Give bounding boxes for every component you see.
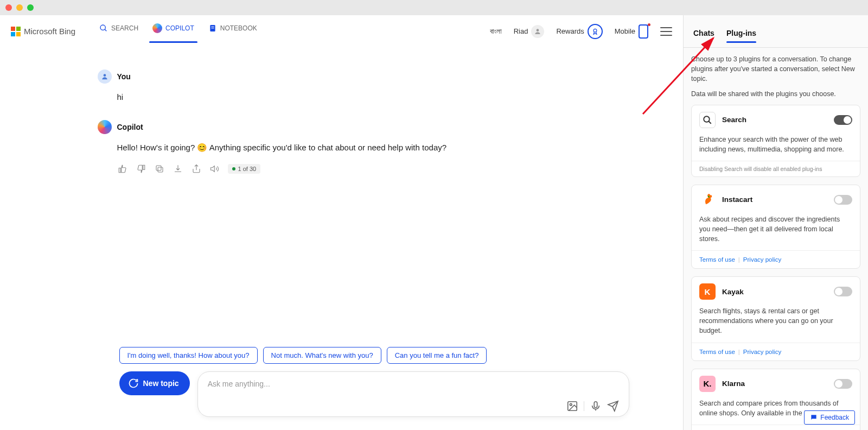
search-icon xyxy=(99,24,108,33)
notebook-icon xyxy=(208,24,217,33)
window-titlebar xyxy=(0,0,868,15)
plugin-name: Klarna xyxy=(722,380,745,388)
terms-link[interactable]: Terms of use xyxy=(699,349,735,355)
user-name: Riad xyxy=(514,27,528,35)
svg-line-14 xyxy=(709,121,711,124)
tab-notebook[interactable]: NOTEBOOK xyxy=(208,20,257,43)
feedback-label: Feedback xyxy=(820,414,849,421)
copilot-avatar-icon xyxy=(98,120,112,134)
copilot-label: Copilot xyxy=(117,123,143,131)
status-dot-icon xyxy=(232,167,235,170)
plugin-toggle-klarna[interactable] xyxy=(834,379,852,389)
chat-scroll: You hi Copilot Hello! How's it going? 😊 … xyxy=(0,48,683,347)
svg-rect-4 xyxy=(211,28,214,28)
share-button[interactable] xyxy=(191,163,202,174)
tab-search-label: SEARCH xyxy=(111,24,138,32)
plugin-name: Instacart xyxy=(722,195,752,204)
minimize-window-dot[interactable] xyxy=(16,4,23,11)
tab-copilot[interactable]: COPILOT xyxy=(152,20,194,43)
svg-rect-12 xyxy=(594,402,597,408)
mic-button[interactable] xyxy=(590,400,602,412)
user-message-text: hi xyxy=(117,91,586,104)
sidebar: Chats Plug-ins Choose up to 3 plugins fo… xyxy=(684,15,868,430)
new-topic-icon xyxy=(128,378,139,389)
user-menu[interactable]: Riad xyxy=(514,25,545,38)
copilot-message: Copilot Hello! How's it going? 😊 Anythin… xyxy=(81,120,602,175)
message-input[interactable] xyxy=(208,380,619,397)
dislike-button[interactable] xyxy=(136,163,146,174)
plugin-toggle-search[interactable] xyxy=(834,115,852,125)
mobile-link[interactable]: Mobile xyxy=(615,24,648,39)
svg-point-6 xyxy=(593,29,597,32)
composer: New topic xyxy=(103,371,646,430)
language-selector[interactable]: বাংলা xyxy=(490,27,502,36)
feedback-button[interactable]: Feedback xyxy=(804,410,855,425)
svg-rect-8 xyxy=(158,167,163,172)
send-button[interactable] xyxy=(607,400,619,412)
brand-text: Microsoft Bing xyxy=(24,27,75,36)
close-window-dot[interactable] xyxy=(5,4,12,11)
copilot-message-text: Hello! How's it going? 😊 Anything specif… xyxy=(117,142,586,154)
privacy-link[interactable]: Privacy policy xyxy=(743,349,781,355)
suggestion-chip[interactable]: I'm doing well, thanks! How about you? xyxy=(119,347,258,364)
svg-point-11 xyxy=(570,403,572,406)
kayak-icon: K xyxy=(699,283,716,300)
copy-button[interactable] xyxy=(154,163,165,174)
response-counter: 1 of 30 xyxy=(228,164,261,174)
tab-search[interactable]: SEARCH xyxy=(99,20,138,43)
plugins-intro: Choose up to 3 plugins for a conversatio… xyxy=(691,54,860,84)
plugin-links: Terms of use|Privacy policy xyxy=(692,250,860,268)
brand-logo[interactable]: Microsoft Bing xyxy=(11,27,75,36)
top-nav: Microsoft Bing SEARCH COPILOT NOTEBOOK ব… xyxy=(0,15,683,48)
read-aloud-button[interactable] xyxy=(209,163,220,174)
rewards-link[interactable]: Rewards xyxy=(556,24,602,39)
svg-point-13 xyxy=(704,116,710,122)
plugin-name: Search xyxy=(722,116,746,124)
plugin-card-instacart: Instacart Ask about recipes and discover… xyxy=(691,185,860,269)
plugin-card-search: Search Enhance your search with the powe… xyxy=(691,105,860,177)
tab-copilot-label: COPILOT xyxy=(165,24,194,32)
message-input-box[interactable] xyxy=(197,371,629,417)
sidebar-tab-chats[interactable]: Chats xyxy=(693,27,714,40)
download-button[interactable] xyxy=(173,163,183,174)
suggestion-chip[interactable]: Can you tell me a fun fact? xyxy=(387,347,487,364)
plugins-data-note: Data will be shared with the plugins you… xyxy=(691,89,860,99)
user-message: You hi xyxy=(81,69,602,104)
plugin-links: Terms of use|Privacy policy xyxy=(692,425,860,430)
sidebar-tab-plugins[interactable]: Plug-ins xyxy=(726,27,756,40)
maximize-window-dot[interactable] xyxy=(27,4,34,11)
counter-text: 1 of 30 xyxy=(238,166,257,172)
svg-rect-9 xyxy=(156,166,161,170)
svg-point-7 xyxy=(103,74,106,77)
mobile-icon xyxy=(639,24,648,39)
plugin-name: Kayak xyxy=(722,288,744,296)
rewards-icon xyxy=(588,24,603,39)
menu-button[interactable] xyxy=(660,27,672,36)
plugins-panel[interactable]: Choose up to 3 plugins for a conversatio… xyxy=(684,48,868,430)
plugin-note: Disabling Search will disable all enable… xyxy=(692,161,860,176)
plugin-desc: Ask about recipes and discover the ingre… xyxy=(692,214,860,250)
plugin-toggle-instacart[interactable] xyxy=(834,195,852,205)
plugin-card-kayak: K Kayak Search flights, stays & rental c… xyxy=(691,276,860,361)
plugin-links: Terms of use|Privacy policy xyxy=(692,343,860,361)
microsoft-icon xyxy=(11,27,21,36)
plugin-desc: Enhance your search with the power of th… xyxy=(692,135,860,161)
user-label: You xyxy=(117,72,131,81)
svg-point-5 xyxy=(537,29,539,31)
suggestion-chip[interactable]: Not much. What's new with you? xyxy=(263,347,381,364)
new-topic-button[interactable]: New topic xyxy=(119,371,190,395)
privacy-link[interactable]: Privacy policy xyxy=(743,256,781,263)
mobile-label: Mobile xyxy=(615,27,635,35)
user-avatar-icon xyxy=(98,69,112,84)
image-upload-button[interactable] xyxy=(566,400,578,412)
like-button[interactable] xyxy=(117,163,128,174)
svg-point-0 xyxy=(100,25,105,30)
copilot-icon xyxy=(152,23,162,33)
svg-line-1 xyxy=(105,29,106,31)
rewards-label: Rewards xyxy=(556,27,584,35)
terms-link[interactable]: Terms of use xyxy=(699,256,735,263)
svg-rect-3 xyxy=(211,26,214,27)
suggestion-row: I'm doing well, thanks! How about you? N… xyxy=(103,347,646,371)
plugin-desc: Search flights, stays & rental cars or g… xyxy=(692,306,860,342)
plugin-toggle-kayak[interactable] xyxy=(834,287,852,296)
